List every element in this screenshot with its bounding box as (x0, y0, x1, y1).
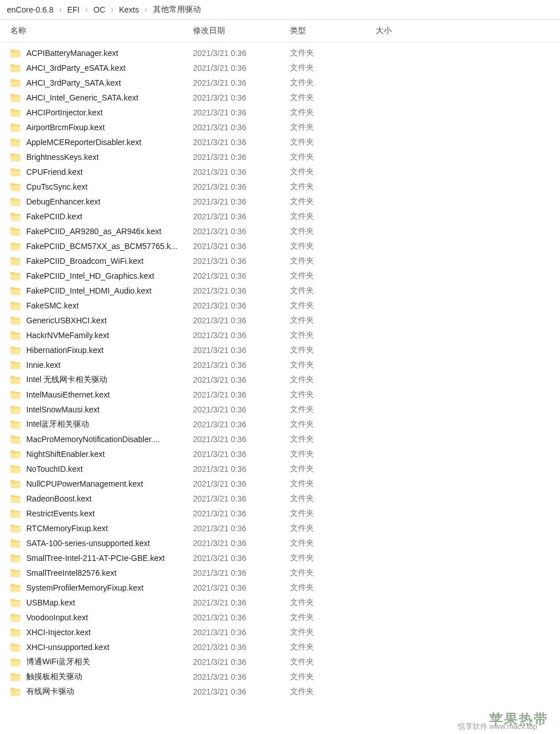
folder-icon (10, 197, 21, 206)
list-item[interactable]: RTCMemoryFixup.kext2021/3/21 0:36文件夹 (0, 521, 560, 536)
file-type: 文件夹 (290, 612, 376, 623)
folder-icon (10, 108, 21, 117)
file-date: 2021/3/21 0:36 (193, 301, 290, 310)
file-type: 文件夹 (290, 78, 376, 88)
folder-icon (10, 138, 21, 147)
list-item[interactable]: DebugEnhancer.kext2021/3/21 0:36文件夹 (0, 194, 560, 209)
folder-icon (10, 553, 21, 563)
file-name: FakePCIID.kext (26, 212, 193, 221)
file-type: 文件夹 (290, 404, 376, 415)
file-type: 文件夹 (290, 464, 376, 474)
list-item[interactable]: AHCI_3rdParty_eSATA.kext2021/3/21 0:36文件… (0, 61, 560, 75)
list-item[interactable]: FakePCIID_Broadcom_WiFi.kext2021/3/21 0:… (0, 254, 560, 268)
file-type: 文件夹 (290, 538, 376, 548)
file-date: 2021/3/21 0:36 (193, 197, 290, 206)
folder-icon (10, 435, 21, 444)
header-date[interactable]: 修改日期 (193, 26, 290, 36)
breadcrumb-item[interactable]: Kexts (117, 4, 142, 15)
list-item[interactable]: FakePCIID.kext2021/3/21 0:36文件夹 (0, 209, 560, 224)
file-date: 2021/3/21 0:36 (193, 286, 290, 295)
list-item[interactable]: NightShiftEnabler.kext2021/3/21 0:36文件夹 (0, 447, 560, 462)
list-item[interactable]: BrightnessKeys.kext2021/3/21 0:36文件夹 (0, 150, 560, 165)
folder-icon (10, 182, 21, 191)
list-item[interactable]: HibernationFixup.kext2021/3/21 0:36文件夹 (0, 343, 560, 358)
list-item[interactable]: FakeSMC.kext2021/3/21 0:36文件夹 (0, 298, 560, 313)
file-type: 文件夹 (290, 523, 376, 534)
list-item[interactable]: IntelSnowMausi.kext2021/3/21 0:36文件夹 (0, 402, 560, 417)
file-name: SystemProfilerMemoryFixup.kext (26, 583, 193, 592)
file-name: Intel蓝牙相关驱动 (26, 419, 193, 430)
list-item[interactable]: AppleMCEReporterDisabler.kext2021/3/21 0… (0, 135, 560, 150)
file-date: 2021/3/21 0:36 (193, 390, 290, 399)
list-item[interactable]: FakePCIID_AR9280_as_AR946x.kext2021/3/21… (0, 224, 560, 239)
file-type: 文件夹 (290, 375, 376, 385)
list-item[interactable]: MacProMemoryNotificationDisabler....2021… (0, 432, 560, 447)
list-item[interactable]: RestrictEvents.kext2021/3/21 0:36文件夹 (0, 506, 560, 521)
folder-icon (10, 509, 21, 518)
list-item[interactable]: CpuTscSync.kext2021/3/21 0:36文件夹 (0, 179, 560, 194)
file-date: 2021/3/21 0:36 (193, 212, 290, 221)
folder-icon (10, 628, 21, 637)
file-type: 文件夹 (290, 330, 376, 340)
list-item[interactable]: CPUFriend.kext2021/3/21 0:36文件夹 (0, 165, 560, 179)
file-date: 2021/3/21 0:36 (193, 182, 290, 191)
list-item[interactable]: Intel蓝牙相关驱动2021/3/21 0:36文件夹 (0, 417, 560, 432)
header-type[interactable]: 类型 (290, 26, 376, 36)
list-item[interactable]: XHCI-unsupported.kext2021/3/21 0:36文件夹 (0, 640, 560, 655)
file-type: 文件夹 (290, 152, 376, 162)
list-item[interactable]: NullCPUPowerManagement.kext2021/3/21 0:3… (0, 476, 560, 491)
list-item[interactable]: NoTouchID.kext2021/3/21 0:36文件夹 (0, 462, 560, 476)
list-item[interactable]: Intel 无线网卡相关驱动2021/3/21 0:36文件夹 (0, 372, 560, 387)
list-item[interactable]: XHCI-Injector.kext2021/3/21 0:36文件夹 (0, 625, 560, 640)
list-item[interactable]: SmallTreeIntel82576.kext2021/3/21 0:36文件… (0, 565, 560, 580)
list-item[interactable]: IntelMausiEthernet.kext2021/3/21 0:36文件夹 (0, 387, 560, 402)
list-item[interactable]: SystemProfilerMemoryFixup.kext2021/3/21 … (0, 580, 560, 595)
list-item[interactable]: AHCIPortInjector.kext2021/3/21 0:36文件夹 (0, 105, 560, 120)
breadcrumb-item[interactable]: EFI (65, 4, 82, 15)
folder-icon (10, 450, 21, 459)
file-name: USBMap.kext (26, 598, 193, 607)
list-item[interactable]: AirportBrcmFixup.kext2021/3/21 0:36文件夹 (0, 120, 560, 135)
file-date: 2021/3/21 0:36 (193, 553, 290, 563)
list-item[interactable]: SATA-100-series-unsupported.kext2021/3/2… (0, 536, 560, 551)
list-item[interactable]: FakePCIID_Intel_HD_Graphics.kext2021/3/2… (0, 268, 560, 283)
list-item[interactable]: 博通WiFi蓝牙相关2021/3/21 0:36文件夹 (0, 655, 560, 669)
file-type: 文件夹 (290, 167, 376, 177)
file-name: FakeSMC.kext (26, 301, 193, 310)
list-item[interactable]: RadeonBoost.kext2021/3/21 0:36文件夹 (0, 491, 560, 506)
list-item[interactable]: SmallTree-Intel-211-AT-PCIe-GBE.kext2021… (0, 551, 560, 565)
list-item[interactable]: USBMap.kext2021/3/21 0:36文件夹 (0, 595, 560, 610)
file-name: FakePCIID_Broadcom_WiFi.kext (26, 256, 193, 266)
header-size[interactable]: 大小 (376, 26, 444, 36)
list-item[interactable]: Innie.kext2021/3/21 0:36文件夹 (0, 358, 560, 372)
file-date: 2021/3/21 0:36 (193, 138, 290, 147)
file-date: 2021/3/21 0:36 (193, 123, 290, 132)
breadcrumb-item[interactable]: enCore-0.6.8 (5, 4, 56, 15)
list-item[interactable]: HackrNVMeFamily.kext2021/3/21 0:36文件夹 (0, 328, 560, 343)
list-item[interactable]: FakePCIID_BCM57XX_as_BCM57765.k...2021/3… (0, 239, 560, 254)
list-item[interactable]: FakePCIID_Intel_HDMI_Audio.kext2021/3/21… (0, 283, 560, 298)
file-date: 2021/3/21 0:36 (193, 167, 290, 177)
list-item[interactable]: AHCI_Intel_Generic_SATA.kext2021/3/21 0:… (0, 90, 560, 105)
file-name: AHCIPortInjector.kext (26, 108, 193, 117)
file-date: 2021/3/21 0:36 (193, 49, 290, 58)
list-item[interactable]: 有线网卡驱动2021/3/21 0:36文件夹 (0, 684, 560, 699)
list-item[interactable]: GenericUSBXHCI.kext2021/3/21 0:36文件夹 (0, 313, 560, 328)
file-name: AHCI_3rdParty_SATA.kext (26, 78, 193, 87)
file-date: 2021/3/21 0:36 (193, 78, 290, 87)
list-item[interactable]: ACPIBatteryManager.kext2021/3/21 0:36文件夹 (0, 46, 560, 61)
list-item[interactable]: AHCI_3rdParty_SATA.kext2021/3/21 0:36文件夹 (0, 75, 560, 90)
file-date: 2021/3/21 0:36 (193, 227, 290, 236)
breadcrumb: enCore-0.6.8›EFI›OC›Kexts›其他常用驱动 (0, 0, 560, 20)
list-item[interactable]: VoodooInput.kext2021/3/21 0:36文件夹 (0, 610, 560, 625)
breadcrumb-item[interactable]: OC (91, 4, 108, 15)
list-item[interactable]: 触摸板相关驱动2021/3/21 0:36文件夹 (0, 669, 560, 684)
folder-icon (10, 524, 21, 533)
file-name: HackrNVMeFamily.kext (26, 331, 193, 340)
file-date: 2021/3/21 0:36 (193, 360, 290, 370)
file-name: VoodooInput.kext (26, 613, 193, 622)
header-name[interactable]: 名称 (10, 26, 193, 36)
file-date: 2021/3/21 0:36 (193, 509, 290, 518)
file-name: AHCI_Intel_Generic_SATA.kext (26, 93, 193, 102)
breadcrumb-item[interactable]: 其他常用驱动 (151, 3, 203, 16)
